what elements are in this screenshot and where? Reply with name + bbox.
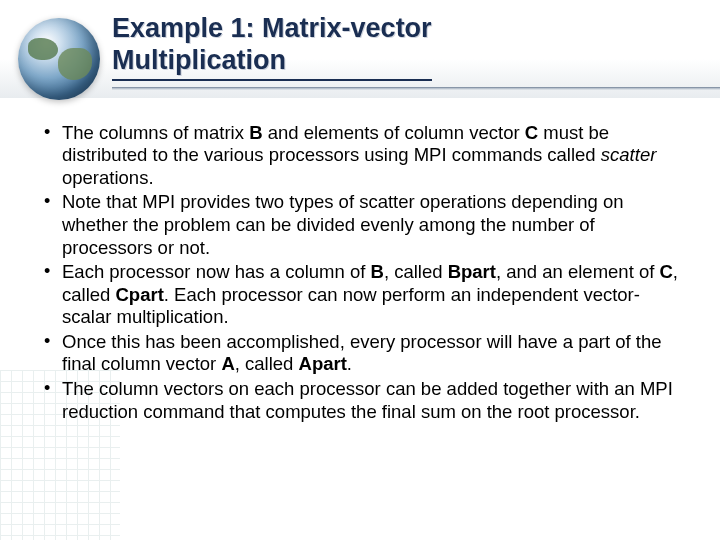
globe-icon bbox=[18, 18, 100, 100]
title-line-2: Multiplication bbox=[112, 45, 286, 75]
slide-header: Example 1: Matrix-vector Multiplication bbox=[0, 0, 720, 98]
list-item: Note that MPI provides two types of scat… bbox=[40, 191, 680, 259]
bullet-list: The columns of matrix B and elements of … bbox=[40, 122, 680, 423]
title-line-1: Example 1: Matrix-vector bbox=[112, 13, 432, 43]
list-item: Each processor now has a column of B, ca… bbox=[40, 261, 680, 329]
list-item: The column vectors on each processor can… bbox=[40, 378, 680, 423]
list-item: The columns of matrix B and elements of … bbox=[40, 122, 680, 190]
list-item: Once this has been accomplished, every p… bbox=[40, 331, 680, 376]
slide-title: Example 1: Matrix-vector Multiplication bbox=[112, 12, 432, 81]
slide-body: The columns of matrix B and elements of … bbox=[0, 98, 720, 445]
header-divider bbox=[112, 87, 720, 90]
